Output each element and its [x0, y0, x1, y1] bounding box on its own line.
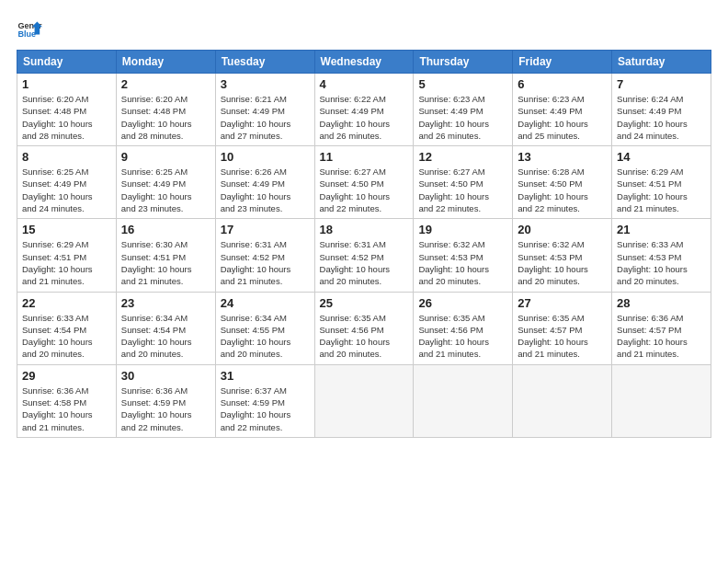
- day-info: Sunrise: 6:34 AMSunset: 4:54 PMDaylight:…: [121, 312, 210, 361]
- calendar-header-sunday: Sunday: [17, 51, 117, 74]
- day-info: Sunrise: 6:23 AMSunset: 4:49 PMDaylight:…: [518, 93, 607, 142]
- day-info: Sunrise: 6:25 AMSunset: 4:49 PMDaylight:…: [121, 166, 210, 214]
- calendar-header-friday: Friday: [513, 51, 612, 74]
- calendar-cell: 15Sunrise: 6:29 AMSunset: 4:51 PMDayligh…: [17, 219, 117, 292]
- day-info: Sunrise: 6:36 AMSunset: 4:57 PMDaylight:…: [617, 312, 706, 361]
- calendar-cell: 23Sunrise: 6:34 AMSunset: 4:54 PMDayligh…: [116, 292, 215, 364]
- calendar-week-1: 1Sunrise: 6:20 AMSunset: 4:48 PMDaylight…: [17, 74, 711, 146]
- day-number: 22: [22, 296, 111, 310]
- calendar-cell: 8Sunrise: 6:25 AMSunset: 4:49 PMDaylight…: [17, 146, 117, 219]
- calendar-cell: [414, 364, 513, 437]
- day-info: Sunrise: 6:34 AMSunset: 4:55 PMDaylight:…: [221, 312, 310, 361]
- day-number: 27: [518, 296, 607, 310]
- calendar-header-saturday: Saturday: [612, 51, 711, 74]
- day-info: Sunrise: 6:35 AMSunset: 4:57 PMDaylight:…: [518, 312, 607, 361]
- day-info: Sunrise: 6:32 AMSunset: 4:53 PMDaylight:…: [418, 238, 507, 287]
- calendar-cell: 5Sunrise: 6:23 AMSunset: 4:49 PMDaylight…: [414, 74, 513, 146]
- day-number: 7: [617, 77, 706, 91]
- calendar-cell: 16Sunrise: 6:30 AMSunset: 4:51 PMDayligh…: [116, 219, 215, 292]
- day-info: Sunrise: 6:22 AMSunset: 4:49 PMDaylight:…: [320, 93, 409, 142]
- page: General Blue SundayMondayTuesdayWednesda…: [0, 0, 728, 563]
- day-number: 18: [320, 223, 409, 236]
- calendar-cell: 3Sunrise: 6:21 AMSunset: 4:49 PMDaylight…: [215, 74, 314, 146]
- day-number: 10: [221, 150, 310, 164]
- day-number: 11: [320, 150, 409, 164]
- day-number: 24: [221, 296, 310, 310]
- day-number: 15: [22, 223, 111, 236]
- calendar-cell: 20Sunrise: 6:32 AMSunset: 4:53 PMDayligh…: [513, 219, 612, 292]
- day-info: Sunrise: 6:35 AMSunset: 4:56 PMDaylight:…: [320, 312, 409, 361]
- calendar-cell: 1Sunrise: 6:20 AMSunset: 4:48 PMDaylight…: [17, 74, 117, 146]
- header: General Blue: [17, 17, 711, 42]
- calendar-cell: 12Sunrise: 6:27 AMSunset: 4:50 PMDayligh…: [414, 146, 513, 219]
- calendar-week-4: 22Sunrise: 6:33 AMSunset: 4:54 PMDayligh…: [17, 292, 711, 364]
- calendar-cell: 17Sunrise: 6:31 AMSunset: 4:52 PMDayligh…: [215, 219, 314, 292]
- day-number: 20: [518, 223, 607, 236]
- day-number: 19: [418, 223, 507, 236]
- calendar-cell: 6Sunrise: 6:23 AMSunset: 4:49 PMDaylight…: [513, 74, 612, 146]
- calendar-cell: [612, 364, 711, 437]
- day-number: 8: [22, 150, 111, 164]
- day-info: Sunrise: 6:25 AMSunset: 4:49 PMDaylight:…: [22, 166, 111, 214]
- calendar-week-5: 29Sunrise: 6:36 AMSunset: 4:58 PMDayligh…: [17, 364, 711, 437]
- day-info: Sunrise: 6:30 AMSunset: 4:51 PMDaylight:…: [121, 238, 210, 287]
- day-number: 31: [221, 369, 310, 383]
- calendar-cell: 11Sunrise: 6:27 AMSunset: 4:50 PMDayligh…: [314, 146, 414, 219]
- calendar-header-tuesday: Tuesday: [215, 51, 314, 74]
- calendar-header-row: SundayMondayTuesdayWednesdayThursdayFrid…: [17, 51, 711, 74]
- day-info: Sunrise: 6:36 AMSunset: 4:59 PMDaylight:…: [121, 385, 210, 433]
- day-number: 6: [518, 77, 607, 91]
- day-info: Sunrise: 6:31 AMSunset: 4:52 PMDaylight:…: [320, 238, 409, 287]
- calendar-cell: 28Sunrise: 6:36 AMSunset: 4:57 PMDayligh…: [612, 292, 711, 364]
- day-number: 1: [22, 77, 111, 91]
- calendar-cell: 2Sunrise: 6:20 AMSunset: 4:48 PMDaylight…: [116, 74, 215, 146]
- day-info: Sunrise: 6:20 AMSunset: 4:48 PMDaylight:…: [121, 93, 210, 142]
- day-info: Sunrise: 6:20 AMSunset: 4:48 PMDaylight:…: [22, 93, 111, 142]
- day-info: Sunrise: 6:24 AMSunset: 4:49 PMDaylight:…: [617, 93, 706, 142]
- calendar-cell: 30Sunrise: 6:36 AMSunset: 4:59 PMDayligh…: [116, 364, 215, 437]
- day-number: 21: [617, 223, 706, 236]
- calendar-cell: 13Sunrise: 6:28 AMSunset: 4:50 PMDayligh…: [513, 146, 612, 219]
- day-number: 4: [320, 77, 409, 91]
- calendar-week-2: 8Sunrise: 6:25 AMSunset: 4:49 PMDaylight…: [17, 146, 711, 219]
- day-info: Sunrise: 6:28 AMSunset: 4:50 PMDaylight:…: [518, 166, 607, 214]
- day-info: Sunrise: 6:27 AMSunset: 4:50 PMDaylight:…: [418, 166, 507, 214]
- svg-text:Blue: Blue: [17, 29, 36, 39]
- day-number: 17: [221, 223, 310, 236]
- day-info: Sunrise: 6:36 AMSunset: 4:58 PMDaylight:…: [22, 385, 111, 433]
- calendar-table: SundayMondayTuesdayWednesdayThursdayFrid…: [17, 50, 711, 438]
- day-info: Sunrise: 6:33 AMSunset: 4:54 PMDaylight:…: [22, 312, 111, 361]
- calendar-cell: 19Sunrise: 6:32 AMSunset: 4:53 PMDayligh…: [414, 219, 513, 292]
- calendar-cell: 27Sunrise: 6:35 AMSunset: 4:57 PMDayligh…: [513, 292, 612, 364]
- calendar-cell: [314, 364, 414, 437]
- day-info: Sunrise: 6:32 AMSunset: 4:53 PMDaylight:…: [518, 238, 607, 287]
- day-number: 26: [418, 296, 507, 310]
- day-info: Sunrise: 6:29 AMSunset: 4:51 PMDaylight:…: [22, 238, 111, 287]
- calendar-header-monday: Monday: [116, 51, 215, 74]
- day-number: 28: [617, 296, 706, 310]
- calendar-cell: 9Sunrise: 6:25 AMSunset: 4:49 PMDaylight…: [116, 146, 215, 219]
- day-number: 9: [121, 150, 210, 164]
- day-info: Sunrise: 6:35 AMSunset: 4:56 PMDaylight:…: [418, 312, 507, 361]
- day-info: Sunrise: 6:21 AMSunset: 4:49 PMDaylight:…: [221, 93, 310, 142]
- day-number: 23: [121, 296, 210, 310]
- day-number: 16: [121, 223, 210, 236]
- calendar-cell: [513, 364, 612, 437]
- day-info: Sunrise: 6:37 AMSunset: 4:59 PMDaylight:…: [221, 385, 310, 433]
- calendar-cell: 26Sunrise: 6:35 AMSunset: 4:56 PMDayligh…: [414, 292, 513, 364]
- day-info: Sunrise: 6:23 AMSunset: 4:49 PMDaylight:…: [418, 93, 507, 142]
- calendar-header-thursday: Thursday: [414, 51, 513, 74]
- day-number: 25: [320, 296, 409, 310]
- calendar-header-wednesday: Wednesday: [314, 51, 414, 74]
- calendar-cell: 4Sunrise: 6:22 AMSunset: 4:49 PMDaylight…: [314, 74, 414, 146]
- day-number: 13: [518, 150, 607, 164]
- calendar-cell: 25Sunrise: 6:35 AMSunset: 4:56 PMDayligh…: [314, 292, 414, 364]
- calendar-cell: 31Sunrise: 6:37 AMSunset: 4:59 PMDayligh…: [215, 364, 314, 437]
- day-number: 12: [418, 150, 507, 164]
- day-number: 2: [121, 77, 210, 91]
- calendar-cell: 14Sunrise: 6:29 AMSunset: 4:51 PMDayligh…: [612, 146, 711, 219]
- calendar-cell: 10Sunrise: 6:26 AMSunset: 4:49 PMDayligh…: [215, 146, 314, 219]
- calendar-cell: 22Sunrise: 6:33 AMSunset: 4:54 PMDayligh…: [17, 292, 117, 364]
- day-info: Sunrise: 6:26 AMSunset: 4:49 PMDaylight:…: [221, 166, 310, 214]
- calendar-cell: 18Sunrise: 6:31 AMSunset: 4:52 PMDayligh…: [314, 219, 414, 292]
